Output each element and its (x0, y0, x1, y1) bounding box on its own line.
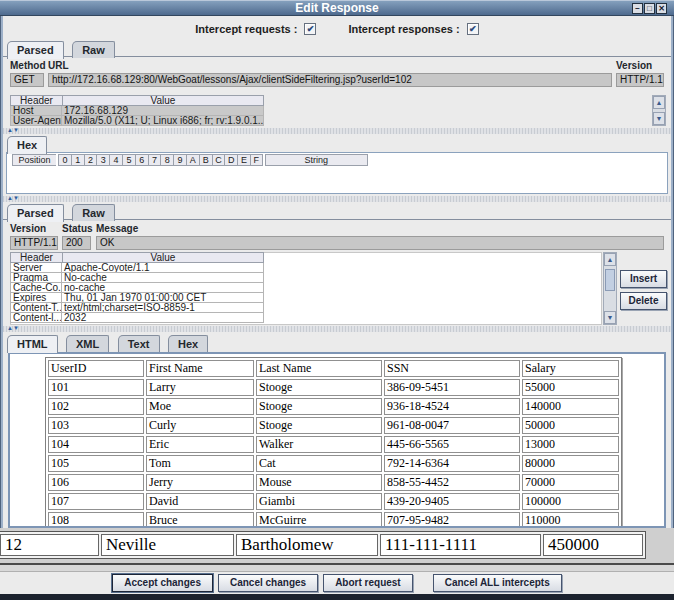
response-tab-parsed[interactable]: Parsed (7, 204, 64, 222)
divider-down-icon[interactable]: ▼ (13, 127, 19, 133)
employee-table-body: 101LarryStooge 386-09-545155000 102MoeSt… (48, 379, 619, 528)
hex-byte-header: E (237, 154, 250, 166)
intercept-responses-checkbox[interactable]: ✔ (467, 23, 479, 35)
overlay-ssn: 111-111-1111 (380, 534, 541, 556)
response-message-field[interactable]: OK (96, 236, 664, 250)
table-row: 105TomCat 792-14-636480000 (48, 455, 619, 472)
intercept-toolbar: Intercept requests : ✔ Intercept respons… (3, 16, 671, 41)
scrollbar-thumb[interactable] (605, 269, 615, 291)
col-last-name: Last Name (256, 360, 382, 377)
method-label: Method (10, 60, 46, 71)
table-row: 106JerryMouse 858-55-445270000 (48, 474, 619, 491)
content-tab-html[interactable]: HTML (7, 335, 58, 353)
hex-byte-header: D (224, 154, 237, 166)
maximize-icon[interactable]: □ (644, 3, 655, 14)
split-divider-2[interactable]: ▲▼ (3, 196, 671, 202)
col-ssn: SSN (384, 360, 520, 377)
response-header-row[interactable]: Content-T... text/html;charset=ISO-8859-… (10, 303, 264, 313)
table-row: 108BruceMcGuirre 707-95-9482110000 (48, 512, 619, 528)
divider-down-icon[interactable]: ▼ (13, 325, 19, 331)
response-tab-raw[interactable]: Raw (72, 204, 115, 221)
content-tab-text[interactable]: Text (118, 335, 160, 352)
window-title: Edit Response (295, 1, 378, 15)
cancel-changes-button[interactable]: Cancel changes (218, 574, 318, 592)
table-row: 101LarryStooge 386-09-545155000 (48, 379, 619, 396)
edit-response-window: Edit Response − □ ✕ Intercept requests :… (0, 0, 674, 600)
background-window-strip: 12 Neville Bartholomew 111-111-1111 4500… (0, 528, 674, 563)
hex-byte-header: 0 (58, 154, 71, 166)
response-header-row[interactable]: Server Apache-Coyote/1.1 (10, 263, 264, 273)
intercept-responses-label: Intercept responses : (348, 23, 459, 35)
split-divider-1[interactable]: ▲▼ (3, 128, 671, 134)
hex-position-header: Position (12, 154, 56, 166)
request-header-row[interactable]: Host 172.16.68.129 (10, 106, 264, 116)
response-headers-col-header: Header (10, 252, 62, 263)
hex-byte-header: F (250, 154, 263, 166)
response-headers-scrollbar[interactable]: ▲ ▼ (603, 252, 617, 325)
method-field[interactable]: GET (10, 73, 44, 87)
col-first-name: First Name (146, 360, 254, 377)
request-headers-rows: Host 172.16.68.129 User-Agent Mozilla/5.… (10, 106, 264, 126)
hex-header-row: Position 0123456789ABCDEF String (12, 154, 368, 166)
overlay-last-name: Bartholomew (236, 534, 378, 556)
hex-byte-headers: 0123456789ABCDEF (58, 154, 263, 166)
response-version-field[interactable]: HTTP/1.1 (10, 236, 58, 250)
response-header-row[interactable]: Pragma No-cache (10, 273, 264, 283)
response-header-row[interactable]: Content-l... 2032 (10, 313, 264, 323)
employee-table: UserID First Name Last Name SSN Salary 1… (45, 357, 622, 528)
response-headers-rows: Server Apache-Coyote/1.1 Pragma No-cache… (10, 263, 264, 323)
table-row: 103CurlyStooge 961-08-004750000 (48, 417, 619, 434)
background-table-row: 12 Neville Bartholomew 111-111-1111 4500… (0, 531, 646, 559)
divider-down-icon[interactable]: ▼ (13, 195, 19, 201)
hex-byte-header: B (199, 154, 212, 166)
request-headers-scrollbar[interactable]: ▲ ▼ (652, 95, 666, 126)
request-tab-raw[interactable]: Raw (72, 41, 115, 58)
request-header-row[interactable]: User-Agent Mozilla/5.0 (X11; U; Linux i6… (10, 116, 264, 126)
response-status-field[interactable]: 200 (62, 236, 91, 250)
hex-byte-header: 2 (84, 154, 97, 166)
request-version-field[interactable]: HTTP/1.1 (616, 73, 664, 87)
html-content-viewport[interactable]: UserID First Name Last Name SSN Salary 1… (8, 352, 666, 528)
content-tab-hex[interactable]: Hex (168, 335, 208, 352)
accept-changes-button[interactable]: Accept changes (112, 574, 213, 592)
abort-request-button[interactable]: Abort request (323, 574, 413, 592)
hex-byte-header: 1 (71, 154, 84, 166)
insert-button[interactable]: Insert (620, 270, 667, 288)
employee-table-header: UserID First Name Last Name SSN Salary (48, 360, 619, 377)
request-headers-col-header: Header (10, 95, 62, 106)
split-divider-3[interactable]: ▲▼ (3, 326, 671, 332)
delete-button[interactable]: Delete (620, 292, 667, 310)
intercept-requests-checkbox[interactable]: ✔ (304, 23, 316, 35)
scroll-up-icon[interactable]: ▲ (653, 96, 665, 109)
response-message-label: Message (96, 223, 138, 234)
response-headers-table: Header Value Server Apache-Coyote/1.1 Pr… (10, 252, 264, 323)
hex-byte-header: 8 (160, 154, 173, 166)
close-icon[interactable]: ✕ (656, 3, 667, 14)
table-row: 12 Neville Bartholomew 111-111-1111 4500… (0, 534, 643, 556)
hex-byte-header: 5 (122, 154, 135, 166)
hex-tab[interactable]: Hex (7, 136, 47, 154)
content-tabs: HTML XML Text Hex (3, 334, 671, 351)
scroll-down-icon[interactable]: ▼ (604, 311, 616, 324)
title-bar[interactable]: Edit Response − □ ✕ (0, 0, 674, 16)
hex-byte-header: 6 (135, 154, 148, 166)
hex-byte-header: C (212, 154, 225, 166)
footer-button-bar: Accept changes Cancel changes Abort requ… (0, 572, 674, 594)
request-tab-parsed[interactable]: Parsed (7, 41, 64, 59)
response-header-row[interactable]: Expires Thu, 01 Jan 1970 01:00:00 CET (10, 293, 264, 303)
cancel-all-intercepts-button[interactable]: Cancel ALL intercepts (433, 574, 562, 592)
content-tab-xml[interactable]: XML (66, 335, 109, 352)
url-label: URL (48, 60, 69, 71)
hex-byte-header: 9 (173, 154, 186, 166)
table-row: 102MoeStooge 936-18-4524140000 (48, 398, 619, 415)
scroll-down-icon[interactable]: ▼ (653, 112, 665, 125)
response-header-row[interactable]: Cache-Co... no-cache (10, 283, 264, 293)
hex-byte-header: 3 (96, 154, 109, 166)
request-headers-table: Header Value Host 172.16.68.129 User-Age… (10, 95, 264, 126)
overlay-first-name: Neville (101, 534, 234, 556)
scroll-up-icon[interactable]: ▲ (604, 253, 616, 266)
window-bottom-edge (0, 563, 674, 572)
url-field[interactable]: http://172.16.68.129:80/WebGoat/lessons/… (48, 73, 612, 87)
hex-byte-header: 7 (148, 154, 161, 166)
minimize-icon[interactable]: − (632, 3, 643, 14)
